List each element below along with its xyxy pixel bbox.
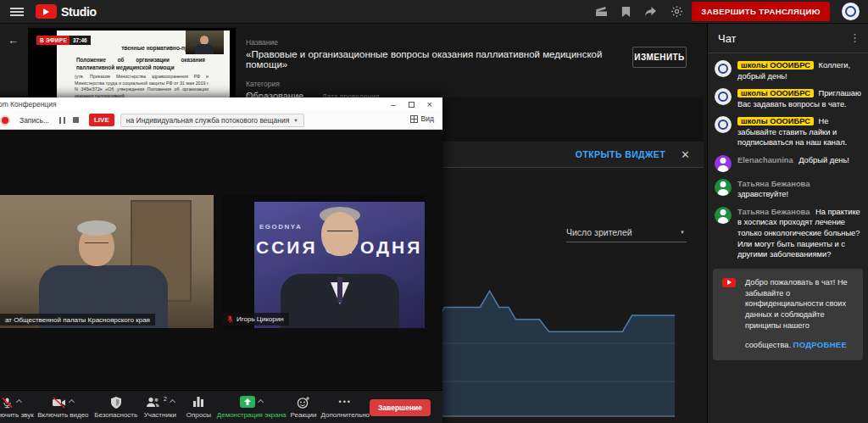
- title-label: Название: [246, 38, 695, 47]
- end-button[interactable]: Завершение: [370, 399, 431, 416]
- viewers-chart: [437, 254, 675, 417]
- edit-button[interactable]: ИЗМЕНИТЬ: [632, 47, 687, 68]
- zoom-window: Zoom Конференция – × Запись... LIVE на И…: [0, 97, 442, 423]
- back-arrow-icon[interactable]: ←: [8, 34, 19, 47]
- chat-panel: Чат ⋮ школы ОООИБРС Коллеги, добрый день…: [707, 24, 868, 423]
- minimize-icon[interactable]: –: [391, 100, 396, 109]
- chevron-down-icon: ▼: [293, 118, 298, 123]
- reactions-button[interactable]: Реакции: [287, 394, 321, 419]
- chevron-up-icon[interactable]: [170, 399, 175, 405]
- stream-target-label: на Индивидуальная служба потокового веща…: [126, 116, 290, 125]
- chat-avatar[interactable]: [715, 207, 732, 224]
- video-button[interactable]: Включить видео: [34, 394, 92, 419]
- chat-avatar[interactable]: [715, 88, 732, 105]
- close-icon[interactable]: ×: [427, 99, 432, 109]
- app-root: Studio ЗАВЕРШИТЬ ТРАНСЛЯЦИЮ ← В ЭФИРЕ 37…: [0, 0, 868, 423]
- chat-message: Татьяна Бежанова На практике в хосписах …: [715, 207, 861, 260]
- maximize-icon[interactable]: [409, 102, 415, 108]
- share-icon[interactable]: [644, 6, 657, 17]
- participant-name-tag: ат Общественной палаты Красноярского кра…: [0, 314, 155, 326]
- member-badge[interactable]: школы ОООИБРС: [737, 89, 814, 97]
- unmute-button[interactable]: Включить звук: [0, 394, 34, 419]
- press-backdrop: EGODNYA ССИЯ С ГОДНЯ: [254, 202, 425, 328]
- chevron-up-icon[interactable]: [258, 399, 264, 405]
- studio-brand: Studio: [61, 5, 97, 19]
- chat-title: Чат: [718, 32, 737, 45]
- studio-topbar: Studio ЗАВЕРШИТЬ ТРАНСЛЯЦИЮ: [0, 0, 868, 24]
- chart-area-fill: [437, 291, 675, 417]
- participant-silhouette: [337, 277, 342, 303]
- create-video-icon[interactable]: [595, 6, 608, 17]
- security-button[interactable]: Безопасность: [92, 394, 140, 419]
- chat-header: Чат ⋮: [708, 24, 868, 53]
- stream-title: «Правовые и организационные вопросы оказ…: [246, 49, 627, 70]
- youtube-logo-icon[interactable]: [36, 4, 57, 19]
- participant-tile-right[interactable]: EGODNYA ССИЯ С ГОДНЯ Игорь Цикорин: [222, 195, 425, 328]
- stream-target-dropdown[interactable]: на Индивидуальная служба потокового веща…: [120, 114, 304, 127]
- participants-button[interactable]: 2Участники: [140, 394, 181, 419]
- speaker-webcam-thumbnail: [186, 31, 224, 54]
- chat-menu-icon[interactable]: ⋮: [849, 31, 860, 44]
- zoom-window-title: Zoom Конференция: [0, 100, 57, 109]
- share-button[interactable]: Демонстрация экрана: [217, 394, 287, 419]
- smile-icon: [297, 396, 310, 411]
- chat-avatar[interactable]: [715, 116, 732, 133]
- chat-avatar[interactable]: [715, 179, 732, 196]
- shield-icon: [110, 396, 122, 410]
- live-badge: В ЭФИРЕ: [36, 36, 70, 45]
- metric-select-value: Число зрителей: [566, 227, 632, 237]
- polls-button[interactable]: Опросы: [181, 394, 217, 419]
- toolbar-label: Дополнительно: [320, 411, 370, 419]
- view-button[interactable]: Вид: [410, 114, 434, 123]
- member-badge[interactable]: школы ОООИБРС: [737, 117, 814, 125]
- chat-message: школы ОООИБРС Коллеги, добрый день!: [715, 60, 861, 81]
- chat-avatar[interactable]: [715, 60, 732, 77]
- participant-silhouette: [77, 220, 116, 236]
- youtube-icon: [722, 278, 736, 287]
- chat-message-list[interactable]: школы ОООИБРС Коллеги, добрый день!школы…: [708, 53, 868, 260]
- more-button[interactable]: •••Дополнительно: [320, 394, 370, 419]
- slide-body: (утв. Приказом Министерства здравоохране…: [75, 74, 209, 100]
- bookmark-icon[interactable]: [621, 6, 631, 18]
- toolbar-label: Включить звук: [0, 411, 34, 419]
- stream-metadata: Название «Правовые и организационные воп…: [246, 38, 695, 101]
- slide-title: Положение об организации оказания паллиа…: [76, 57, 205, 72]
- stop-recording-icon[interactable]: [73, 117, 79, 123]
- menu-icon[interactable]: [10, 8, 24, 16]
- learn-more-link[interactable]: ПОДРОБНЕЕ: [793, 339, 848, 350]
- category-label: Категория: [246, 80, 695, 88]
- chat-username[interactable]: Elenachaunina: [737, 156, 793, 164]
- view-button-label: Вид: [421, 114, 434, 123]
- backdrop-text-small: EGODNYA: [259, 223, 302, 231]
- chat-avatar[interactable]: [715, 155, 732, 172]
- banner-close-icon[interactable]: ✕: [681, 148, 690, 161]
- participant-name: Игорь Цикорин: [236, 315, 284, 323]
- end-stream-button[interactable]: ЗАВЕРШИТЬ ТРАНСЛЯЦИЮ: [692, 2, 830, 21]
- account-avatar[interactable]: [842, 3, 860, 20]
- chat-username[interactable]: Татьяна Бежанова: [737, 208, 810, 216]
- cam-icon: [52, 396, 66, 411]
- chat-username[interactable]: Татьяна Бежанова: [737, 180, 810, 188]
- participant-silhouette: [85, 242, 108, 247]
- member-badge[interactable]: школы ОООИБРС: [737, 61, 814, 70]
- open-widget-link[interactable]: ОТКРЫТЬ ВИДЖЕТ: [576, 149, 665, 159]
- participant-tile-left[interactable]: ат Общественной палаты Красноярского кра…: [0, 195, 214, 328]
- stream-timer: 37:46: [70, 36, 91, 45]
- zoom-titlebar[interactable]: Zoom Конференция – ×: [0, 97, 442, 111]
- settings-gear-icon[interactable]: [670, 5, 683, 18]
- metric-select[interactable]: Число зрителей ▼: [566, 227, 687, 242]
- chat-welcome-card: Добро пожаловать в чат! Не забывайте о к…: [713, 269, 863, 360]
- people-icon: [146, 396, 160, 410]
- chevron-up-icon[interactable]: [69, 399, 75, 405]
- dots-icon: •••: [339, 396, 352, 409]
- chevron-up-icon[interactable]: [16, 399, 22, 405]
- participant-name-tag: Игорь Цикорин: [222, 313, 289, 326]
- participant-silhouette: [327, 231, 353, 235]
- pause-recording-icon[interactable]: [59, 117, 65, 124]
- grid-view-icon: [410, 115, 418, 123]
- toolbar-label: Участники: [144, 411, 176, 419]
- toolbar-label: Включить видео: [37, 411, 88, 419]
- mic-icon: [1, 396, 14, 411]
- recording-label: Запись...: [19, 116, 49, 125]
- chat-message-text: здравствуйте!: [737, 190, 788, 198]
